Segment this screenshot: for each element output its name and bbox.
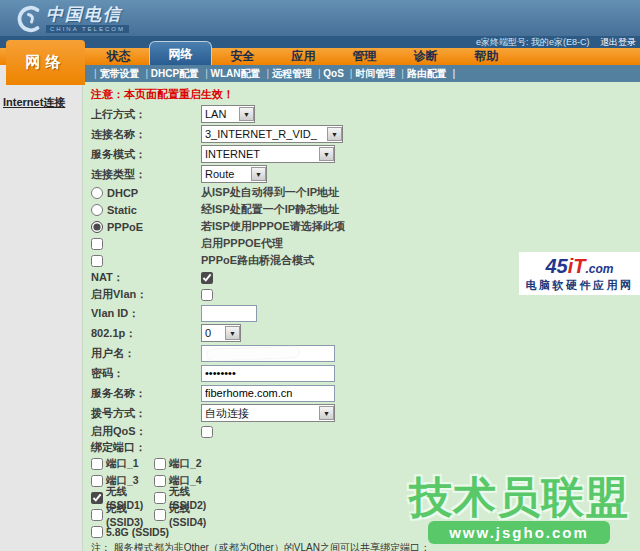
45it-logo: 45iT.com <box>545 256 613 279</box>
china-telecom-logo: 中国电信 CHINA TELECOM <box>12 4 129 34</box>
connection-type-label: 连接类型： <box>91 167 201 182</box>
port1-checkbox[interactable] <box>91 458 103 470</box>
header: 中国电信 CHINA TELECOM <box>0 0 640 36</box>
ssid4-checkbox[interactable] <box>154 509 166 521</box>
subnav-time[interactable]: 时间管理 <box>347 68 398 79</box>
brand-name-en: CHINA TELECOM <box>46 25 129 33</box>
pppoe-bridge-checkbox[interactable] <box>91 255 103 267</box>
sidebar-section-title: 网络 <box>6 40 85 85</box>
ssid5-checkbox[interactable] <box>91 526 103 538</box>
qos-label: 启用QoS： <box>91 424 201 439</box>
subnav-broadband[interactable]: 宽带设置 <box>91 68 142 79</box>
dhcp-radio-label: DHCP <box>107 187 138 199</box>
subnav: 宽带设置DHCP配置WLAN配置远程管理QoS时间管理路由配置 <box>85 65 640 82</box>
dhcp-radio[interactable] <box>91 187 103 199</box>
pppoe-proxy-checkbox[interactable] <box>91 238 103 250</box>
chevron-down-icon: ▼ <box>225 326 240 340</box>
connection-name-select[interactable]: 3_INTERNET_R_VID_ ▼ <box>201 125 343 143</box>
chevron-down-icon: ▼ <box>319 147 334 161</box>
tab-application[interactable]: 应用 <box>273 48 334 65</box>
chevron-down-icon: ▼ <box>251 167 266 181</box>
vlan-id-label: Vlan ID： <box>91 306 201 321</box>
nat-checkbox[interactable] <box>201 272 213 284</box>
ssid3-label: 无线(SSID3) <box>106 502 154 528</box>
restart-notice: 注意：本页面配置重启生效！ <box>91 87 640 102</box>
port2-label: 端口_2 <box>169 457 202 471</box>
tab-network[interactable]: 网络 <box>149 41 212 65</box>
subnav-wlan[interactable]: WLAN配置 <box>202 68 263 79</box>
router-config-page: 中国电信 CHINA TELECOM e家终端型号: 我的e家(E8-C) 退出… <box>0 0 640 551</box>
china-telecom-logo-icon <box>12 4 42 34</box>
subnav-routing[interactable]: 路由配置 <box>398 68 449 79</box>
subnav-qos[interactable]: QoS <box>315 68 347 79</box>
password-label: 密码： <box>91 366 201 381</box>
dhcp-desc: 从ISP处自动得到一个IP地址 <box>201 185 339 200</box>
service-name-input[interactable] <box>201 385 335 402</box>
port1-label: 端口_1 <box>106 457 139 471</box>
pppoe-desc: 若ISP使用PPPOE请选择此项 <box>201 219 345 234</box>
pppoe-proxy-label: 启用PPPOE代理 <box>201 236 283 251</box>
pppoe-radio-label: PPPoE <box>107 221 143 233</box>
ssid4-label: 无线(SSID4) <box>169 502 217 528</box>
8021p-select[interactable]: 0 ▼ <box>201 324 241 342</box>
qos-checkbox[interactable] <box>201 426 213 438</box>
tab-status[interactable]: 状态 <box>88 48 149 65</box>
pppoe-bridge-label: PPPoE路由桥混合模式 <box>201 253 314 268</box>
connection-name-label: 连接名称： <box>91 127 201 142</box>
static-radio[interactable] <box>91 204 103 216</box>
vlan-enable-checkbox[interactable] <box>201 289 213 301</box>
connection-type-select[interactable]: Route ▼ <box>201 165 267 183</box>
password-input[interactable] <box>201 365 335 382</box>
tab-management[interactable]: 管理 <box>334 48 395 65</box>
brand-name: 中国电信 <box>46 6 129 23</box>
bind-ports-label: 绑定端口： <box>91 440 201 455</box>
service-mode-label: 服务模式： <box>91 147 201 162</box>
tab-security[interactable]: 安全 <box>212 48 273 65</box>
port2-checkbox[interactable] <box>154 458 166 470</box>
jsgho-watermark: 技术员联盟 www.jsgho.com <box>400 474 638 544</box>
chevron-down-icon: ▼ <box>319 406 334 420</box>
static-radio-label: Static <box>107 204 137 216</box>
pppoe-radio[interactable] <box>91 221 103 233</box>
ssid5-label: 5.8G (SSID5) <box>106 526 169 538</box>
45it-watermark: 45iT.com 电脑软硬件应用网 <box>519 252 640 295</box>
chevron-down-icon: ▼ <box>327 127 342 141</box>
sidebar: Internet连接 <box>0 65 83 551</box>
static-desc: 经ISP处配置一个IP静态地址 <box>201 202 339 217</box>
subnav-remote[interactable]: 远程管理 <box>264 68 315 79</box>
dial-mode-select[interactable]: 自动连接 ▼ <box>201 404 335 422</box>
tab-help[interactable]: 帮助 <box>456 48 517 65</box>
username-label: 用户名： <box>91 346 201 361</box>
dial-mode-label: 拨号方式： <box>91 406 201 421</box>
uplink-mode-label: 上行方式： <box>91 107 201 122</box>
logout-link[interactable]: 退出登录 <box>600 37 636 47</box>
vlan-enable-label: 启用Vlan： <box>91 287 201 302</box>
tab-diagnostics[interactable]: 诊断 <box>395 48 456 65</box>
chevron-down-icon: ▼ <box>239 107 254 121</box>
45it-caption: 电脑软硬件应用网 <box>526 279 634 291</box>
vlan-id-input[interactable] <box>201 305 257 322</box>
ssid3-checkbox[interactable] <box>91 509 103 521</box>
sidebar-item-internet-connection[interactable]: Internet连接 <box>3 95 82 110</box>
jsgho-url: www.jsgho.com <box>428 521 610 544</box>
service-mode-select[interactable]: INTERNET ▼ <box>201 145 335 163</box>
uplink-mode-select[interactable]: LAN ▼ <box>201 105 255 123</box>
subnav-dhcp[interactable]: DHCP配置 <box>142 68 202 79</box>
nav-tabs: 状态 网络 安全 应用 管理 诊断 帮助 <box>88 36 517 65</box>
8021p-label: 802.1p： <box>91 326 201 341</box>
nat-label: NAT： <box>91 270 201 285</box>
service-name-label: 服务名称： <box>91 386 201 401</box>
jsgho-title: 技术员联盟 <box>400 474 638 520</box>
